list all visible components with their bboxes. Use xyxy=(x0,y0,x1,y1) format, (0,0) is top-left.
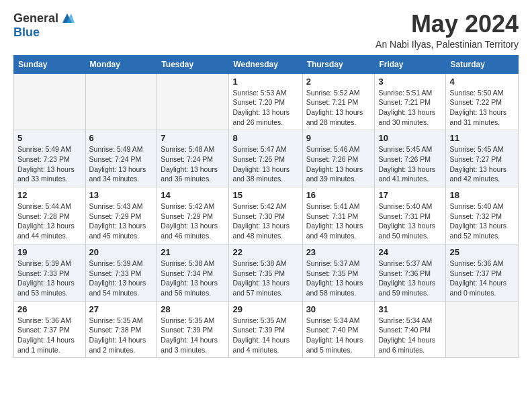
day-number: 12 xyxy=(17,190,82,200)
calendar-day-cell: 27Sunrise: 5:35 AMSunset: 7:38 PMDayligh… xyxy=(85,301,157,358)
location-title: An Nabi Ilyas, Palestinian Territory xyxy=(375,39,519,50)
day-number: 25 xyxy=(449,247,515,257)
calendar-day-cell: 3Sunrise: 5:51 AMSunset: 7:21 PMDaylight… xyxy=(375,73,446,130)
day-info: Sunrise: 5:52 AMSunset: 7:21 PMDaylight:… xyxy=(306,88,371,128)
calendar-day-cell: 13Sunrise: 5:43 AMSunset: 7:29 PMDayligh… xyxy=(85,187,157,244)
day-info: Sunrise: 5:49 AMSunset: 7:24 PMDaylight:… xyxy=(89,144,154,184)
day-number: 4 xyxy=(449,77,515,87)
calendar-day-cell: 25Sunrise: 5:36 AMSunset: 7:37 PMDayligh… xyxy=(446,244,519,301)
day-info: Sunrise: 5:36 AMSunset: 7:37 PMDaylight:… xyxy=(17,316,82,355)
day-number: 23 xyxy=(306,247,371,257)
day-number: 22 xyxy=(232,247,298,257)
calendar-day-cell: 14Sunrise: 5:42 AMSunset: 7:29 PMDayligh… xyxy=(157,187,229,244)
day-of-week-header: Wednesday xyxy=(229,55,302,73)
logo: General Blue xyxy=(13,11,75,40)
calendar-day-cell: 30Sunrise: 5:34 AMSunset: 7:40 PMDayligh… xyxy=(302,301,375,358)
calendar-day-cell: 7Sunrise: 5:48 AMSunset: 7:24 PMDaylight… xyxy=(157,130,229,187)
day-info: Sunrise: 5:49 AMSunset: 7:23 PMDaylight:… xyxy=(17,144,82,184)
day-info: Sunrise: 5:39 AMSunset: 7:33 PMDaylight:… xyxy=(89,259,154,298)
day-number: 10 xyxy=(378,133,442,143)
day-number: 29 xyxy=(232,304,298,314)
day-number: 19 xyxy=(17,247,82,257)
calendar-day-cell: 5Sunrise: 5:49 AMSunset: 7:23 PMDaylight… xyxy=(14,130,86,187)
day-of-week-header: Saturday xyxy=(446,55,519,73)
calendar-table: SundayMondayTuesdayWednesdayThursdayFrid… xyxy=(13,55,519,359)
day-number: 15 xyxy=(232,190,298,200)
day-info: Sunrise: 5:37 AMSunset: 7:35 PMDaylight:… xyxy=(306,259,371,298)
calendar-day-cell: 4Sunrise: 5:50 AMSunset: 7:22 PMDaylight… xyxy=(446,73,519,130)
day-of-week-header: Monday xyxy=(85,55,157,73)
calendar-day-cell: 31Sunrise: 5:34 AMSunset: 7:40 PMDayligh… xyxy=(375,301,446,358)
day-number: 20 xyxy=(89,247,154,257)
logo-icon xyxy=(60,11,75,26)
day-info: Sunrise: 5:47 AMSunset: 7:25 PMDaylight:… xyxy=(232,144,298,184)
day-number: 27 xyxy=(89,304,154,314)
day-info: Sunrise: 5:37 AMSunset: 7:36 PMDaylight:… xyxy=(378,259,442,298)
day-number: 3 xyxy=(378,77,442,87)
day-info: Sunrise: 5:34 AMSunset: 7:40 PMDaylight:… xyxy=(306,316,371,355)
day-info: Sunrise: 5:45 AMSunset: 7:26 PMDaylight:… xyxy=(378,144,442,184)
calendar-day-cell: 10Sunrise: 5:45 AMSunset: 7:26 PMDayligh… xyxy=(375,130,446,187)
day-number: 30 xyxy=(306,304,371,314)
day-of-week-header: Thursday xyxy=(302,55,375,73)
day-number: 18 xyxy=(449,190,515,200)
day-info: Sunrise: 5:38 AMSunset: 7:35 PMDaylight:… xyxy=(232,259,298,298)
calendar-day-cell: 29Sunrise: 5:35 AMSunset: 7:39 PMDayligh… xyxy=(229,301,302,358)
calendar-day-cell: 24Sunrise: 5:37 AMSunset: 7:36 PMDayligh… xyxy=(375,244,446,301)
calendar-day-cell xyxy=(157,73,229,130)
calendar-day-cell: 28Sunrise: 5:35 AMSunset: 7:39 PMDayligh… xyxy=(157,301,229,358)
day-number: 7 xyxy=(161,133,225,143)
day-of-week-header: Tuesday xyxy=(157,55,229,73)
day-number: 26 xyxy=(17,304,82,314)
calendar-day-cell xyxy=(14,73,86,130)
day-info: Sunrise: 5:50 AMSunset: 7:22 PMDaylight:… xyxy=(449,88,515,128)
day-info: Sunrise: 5:41 AMSunset: 7:31 PMDaylight:… xyxy=(306,201,371,241)
page-header: General Blue May 2024 An Nabi Ilyas, Pal… xyxy=(13,11,519,50)
logo-blue-text: Blue xyxy=(13,26,40,40)
day-info: Sunrise: 5:48 AMSunset: 7:24 PMDaylight:… xyxy=(161,144,225,184)
calendar-week-row: 1Sunrise: 5:53 AMSunset: 7:20 PMDaylight… xyxy=(14,73,519,130)
calendar-day-cell: 19Sunrise: 5:39 AMSunset: 7:33 PMDayligh… xyxy=(14,244,86,301)
calendar-week-row: 5Sunrise: 5:49 AMSunset: 7:23 PMDaylight… xyxy=(14,130,519,187)
calendar-day-cell: 11Sunrise: 5:45 AMSunset: 7:27 PMDayligh… xyxy=(446,130,519,187)
day-number: 24 xyxy=(378,247,442,257)
day-info: Sunrise: 5:40 AMSunset: 7:32 PMDaylight:… xyxy=(449,201,515,241)
day-info: Sunrise: 5:40 AMSunset: 7:31 PMDaylight:… xyxy=(378,201,442,241)
day-info: Sunrise: 5:36 AMSunset: 7:37 PMDaylight:… xyxy=(449,259,515,298)
day-of-week-header: Sunday xyxy=(14,55,86,73)
calendar-day-cell: 9Sunrise: 5:46 AMSunset: 7:26 PMDaylight… xyxy=(302,130,375,187)
calendar-day-cell: 16Sunrise: 5:41 AMSunset: 7:31 PMDayligh… xyxy=(302,187,375,244)
day-info: Sunrise: 5:35 AMSunset: 7:39 PMDaylight:… xyxy=(161,316,225,355)
day-number: 2 xyxy=(306,77,371,87)
day-info: Sunrise: 5:35 AMSunset: 7:39 PMDaylight:… xyxy=(232,316,298,355)
day-info: Sunrise: 5:45 AMSunset: 7:27 PMDaylight:… xyxy=(449,144,515,184)
calendar-day-cell: 26Sunrise: 5:36 AMSunset: 7:37 PMDayligh… xyxy=(14,301,86,358)
calendar-day-cell: 22Sunrise: 5:38 AMSunset: 7:35 PMDayligh… xyxy=(229,244,302,301)
month-title: May 2024 xyxy=(375,11,519,38)
day-info: Sunrise: 5:35 AMSunset: 7:38 PMDaylight:… xyxy=(89,316,154,355)
day-number: 31 xyxy=(378,304,442,314)
day-info: Sunrise: 5:46 AMSunset: 7:26 PMDaylight:… xyxy=(306,144,371,184)
calendar-week-row: 26Sunrise: 5:36 AMSunset: 7:37 PMDayligh… xyxy=(14,301,519,358)
calendar-day-cell: 20Sunrise: 5:39 AMSunset: 7:33 PMDayligh… xyxy=(85,244,157,301)
day-number: 11 xyxy=(449,133,515,143)
day-number: 17 xyxy=(378,190,442,200)
day-number: 14 xyxy=(161,190,225,200)
calendar-day-cell: 12Sunrise: 5:44 AMSunset: 7:28 PMDayligh… xyxy=(14,187,86,244)
calendar-day-cell: 21Sunrise: 5:38 AMSunset: 7:34 PMDayligh… xyxy=(157,244,229,301)
day-info: Sunrise: 5:39 AMSunset: 7:33 PMDaylight:… xyxy=(17,259,82,298)
day-number: 9 xyxy=(306,133,371,143)
day-info: Sunrise: 5:51 AMSunset: 7:21 PMDaylight:… xyxy=(378,88,442,128)
calendar-week-row: 19Sunrise: 5:39 AMSunset: 7:33 PMDayligh… xyxy=(14,244,519,301)
day-info: Sunrise: 5:42 AMSunset: 7:30 PMDaylight:… xyxy=(232,201,298,241)
day-number: 1 xyxy=(232,77,298,87)
day-info: Sunrise: 5:34 AMSunset: 7:40 PMDaylight:… xyxy=(378,316,442,355)
day-number: 21 xyxy=(161,247,225,257)
calendar-day-cell xyxy=(446,301,519,358)
day-info: Sunrise: 5:38 AMSunset: 7:34 PMDaylight:… xyxy=(161,259,225,298)
day-of-week-header: Friday xyxy=(375,55,446,73)
calendar-day-cell: 15Sunrise: 5:42 AMSunset: 7:30 PMDayligh… xyxy=(229,187,302,244)
calendar-day-cell: 6Sunrise: 5:49 AMSunset: 7:24 PMDaylight… xyxy=(85,130,157,187)
day-number: 5 xyxy=(17,133,82,143)
logo-general-text: General xyxy=(13,11,58,26)
